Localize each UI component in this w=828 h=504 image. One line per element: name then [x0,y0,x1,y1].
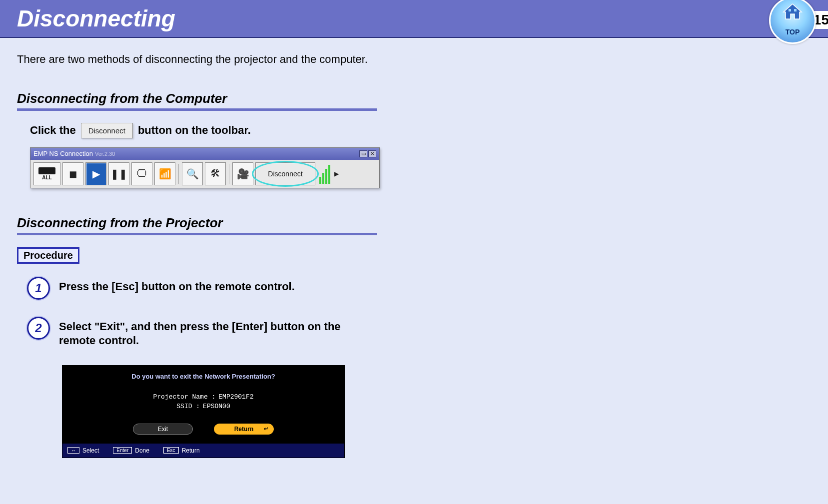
toolbar-screenshot: EMP NS Connection Ver.2.30 ▭ ✕ ALL ◼ ▶ ❚… [30,147,380,188]
toolbar-titlebar: EMP NS Connection Ver.2.30 ▭ ✕ [30,148,379,160]
presentation-icon: 🖵 [137,168,147,179]
toolbar-stop-button: ◼ [62,162,83,185]
toolbar-disconnect-button: Disconnect [255,162,315,185]
click-post: button on the toolbar. [138,124,251,137]
section-heading-projector: Disconnecting from the Projector [17,215,377,235]
toolbar-row: ALL ◼ ▶ ❚❚ 🖵 📶 🔍 🛠 🎥 Disconnect ▶ [30,160,379,188]
pause-icon: ❚❚ [110,168,127,180]
svg-marker-0 [784,4,802,19]
toolbar-search-button: 🔍 [182,162,203,185]
toolbar-version: Ver.2.30 [95,151,115,157]
close-icon: ✕ [368,150,376,157]
step-bullet-2: 2 [27,317,50,340]
toolbar-play-button: ▶ [85,162,106,185]
step-1-text: Press the [Esc] button on the remote con… [59,277,295,294]
osd-footer-select: Select [82,447,99,454]
osd-question: Do you want to exit the Network Presenta… [62,373,344,380]
osd-footer-done: Done [135,447,149,454]
toolbar-video-button: 🎥 [232,162,253,185]
disconnect-button-inline: Disconnect [81,123,133,138]
click-pre: Click the [30,124,76,137]
osd-proj-name-value: EMP2901F2 [218,392,253,402]
search-icon: 🔍 [186,168,199,180]
projector-icon [38,167,55,174]
procedure-label: Procedure [17,247,79,264]
step-2: 2 Select "Exit", and then press the [Ent… [27,317,373,348]
toolbar-pause-button: ❚❚ [108,162,129,185]
toolbar-all-label: ALL [42,175,51,180]
options-icon: 📶 [159,168,171,180]
osd-body: Do you want to exit the Network Presenta… [62,366,344,444]
step-1: 1 Press the [Esc] button on the remote c… [27,277,373,300]
content-body: There are two methods of disconnecting t… [0,38,390,472]
toolbar-disconnect-label: Disconnect [268,170,302,178]
osd-return-button: Return [214,424,274,435]
osd-exit-button: Exit [133,424,193,435]
projector-osd-screenshot: Do you want to exit the Network Presenta… [62,365,345,458]
click-instruction: Click the Disconnect button on the toolb… [30,123,373,138]
osd-info: Projector Name : EMP2901F2 SSID : EPSON0… [62,392,344,412]
intro-text: There are two methods of disconnecting t… [17,52,373,67]
toolbar-all-button: ALL [33,162,60,185]
top-button[interactable]: TOP [769,0,816,44]
separator [178,164,179,184]
page-title: Disconnecting [17,5,175,32]
osd-ssid-label: SSID : [176,402,200,412]
toolbar-presentation-button: 🖵 [131,162,152,185]
signal-bars-icon [319,164,330,184]
minimize-icon: ▭ [359,150,367,157]
osd-buttons: Exit Return [62,424,344,435]
stop-icon: ◼ [69,168,77,180]
osd-proj-name-label: Projector Name : [153,392,215,402]
osd-ssid-value: EPSON00 [203,402,230,412]
step-2-text: Select "Exit", and then press the [Enter… [59,317,359,348]
top-label: TOP [786,28,800,36]
video-icon: 🎥 [237,168,249,180]
home-icon: TOP [769,0,816,44]
svg-rect-1 [789,9,791,11]
osd-key-select: ↔ [67,447,79,454]
toolbar-title: EMP NS Connection [33,150,93,157]
section-heading-computer: Disconnecting from the Computer [17,91,377,111]
toolbar-more-arrow: ▶ [334,170,340,177]
osd-footer-return: Return [182,447,200,454]
header-bar: Disconnecting TOP 15 [0,0,828,38]
svg-rect-2 [794,9,797,11]
toolbar-options-button: 📶 [154,162,175,185]
osd-footer: ↔ Select Enter Done Esc Return [62,444,344,458]
toolbar-settings-button: 🛠 [205,162,226,185]
wrench-icon: 🛠 [210,168,220,179]
step-bullet-1: 1 [27,277,50,300]
osd-key-done: Enter [113,447,132,454]
osd-key-return: Esc [163,447,179,454]
play-icon: ▶ [92,168,100,180]
separator [229,164,229,184]
